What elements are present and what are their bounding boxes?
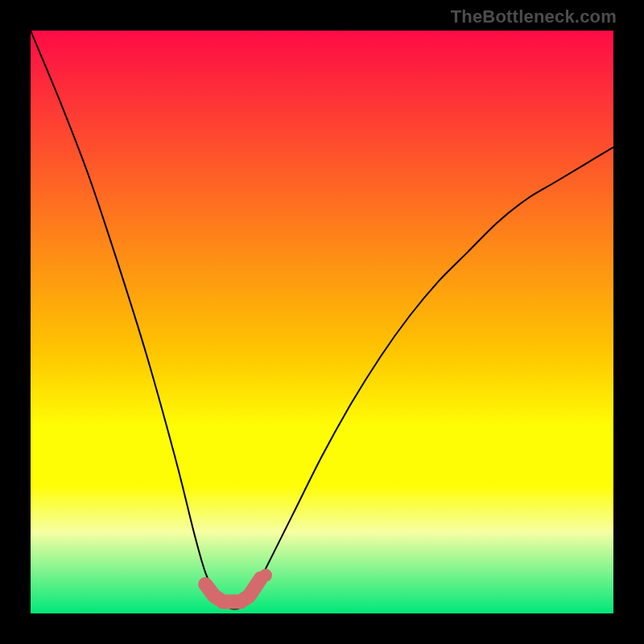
watermark-text: TheBottleneck.com <box>451 6 617 27</box>
marker-dot <box>259 569 272 582</box>
chart-frame: TheBottleneck.com <box>0 0 644 644</box>
chart-svg <box>31 31 613 613</box>
plot-area <box>31 31 613 613</box>
gradient-background <box>31 31 613 613</box>
